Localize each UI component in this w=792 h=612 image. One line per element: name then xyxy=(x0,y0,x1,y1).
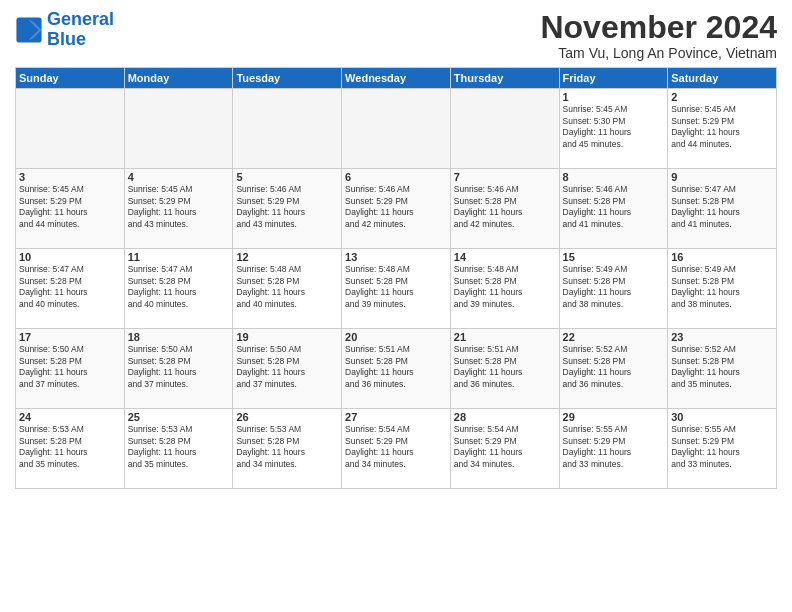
day-number: 25 xyxy=(128,411,230,423)
day-info: Sunrise: 5:45 AM Sunset: 5:29 PM Dayligh… xyxy=(19,184,121,230)
weekday-header-sunday: Sunday xyxy=(16,68,125,89)
day-number: 4 xyxy=(128,171,230,183)
day-number: 17 xyxy=(19,331,121,343)
day-info: Sunrise: 5:45 AM Sunset: 5:30 PM Dayligh… xyxy=(563,104,665,150)
day-info: Sunrise: 5:47 AM Sunset: 5:28 PM Dayligh… xyxy=(671,184,773,230)
calendar-cell: 17Sunrise: 5:50 AM Sunset: 5:28 PM Dayli… xyxy=(16,329,125,409)
calendar-cell: 5Sunrise: 5:46 AM Sunset: 5:29 PM Daylig… xyxy=(233,169,342,249)
calendar-cell xyxy=(342,89,451,169)
calendar-cell: 14Sunrise: 5:48 AM Sunset: 5:28 PM Dayli… xyxy=(450,249,559,329)
weekday-header-friday: Friday xyxy=(559,68,668,89)
calendar-cell: 19Sunrise: 5:50 AM Sunset: 5:28 PM Dayli… xyxy=(233,329,342,409)
calendar-cell: 18Sunrise: 5:50 AM Sunset: 5:28 PM Dayli… xyxy=(124,329,233,409)
weekday-header-wednesday: Wednesday xyxy=(342,68,451,89)
weekday-header-monday: Monday xyxy=(124,68,233,89)
calendar-cell: 26Sunrise: 5:53 AM Sunset: 5:28 PM Dayli… xyxy=(233,409,342,489)
day-number: 11 xyxy=(128,251,230,263)
day-info: Sunrise: 5:52 AM Sunset: 5:28 PM Dayligh… xyxy=(563,344,665,390)
day-info: Sunrise: 5:51 AM Sunset: 5:28 PM Dayligh… xyxy=(454,344,556,390)
day-info: Sunrise: 5:54 AM Sunset: 5:29 PM Dayligh… xyxy=(454,424,556,470)
day-number: 20 xyxy=(345,331,447,343)
day-info: Sunrise: 5:50 AM Sunset: 5:28 PM Dayligh… xyxy=(19,344,121,390)
day-number: 5 xyxy=(236,171,338,183)
day-info: Sunrise: 5:50 AM Sunset: 5:28 PM Dayligh… xyxy=(236,344,338,390)
calendar-cell: 6Sunrise: 5:46 AM Sunset: 5:29 PM Daylig… xyxy=(342,169,451,249)
calendar-cell: 10Sunrise: 5:47 AM Sunset: 5:28 PM Dayli… xyxy=(16,249,125,329)
calendar-table: SundayMondayTuesdayWednesdayThursdayFrid… xyxy=(15,67,777,489)
day-info: Sunrise: 5:49 AM Sunset: 5:28 PM Dayligh… xyxy=(671,264,773,310)
day-info: Sunrise: 5:51 AM Sunset: 5:28 PM Dayligh… xyxy=(345,344,447,390)
day-number: 27 xyxy=(345,411,447,423)
calendar-cell: 30Sunrise: 5:55 AM Sunset: 5:29 PM Dayli… xyxy=(668,409,777,489)
logo: General Blue xyxy=(15,10,114,50)
day-info: Sunrise: 5:48 AM Sunset: 5:28 PM Dayligh… xyxy=(345,264,447,310)
day-info: Sunrise: 5:45 AM Sunset: 5:29 PM Dayligh… xyxy=(128,184,230,230)
day-info: Sunrise: 5:55 AM Sunset: 5:29 PM Dayligh… xyxy=(671,424,773,470)
calendar-cell: 2Sunrise: 5:45 AM Sunset: 5:29 PM Daylig… xyxy=(668,89,777,169)
calendar-cell: 15Sunrise: 5:49 AM Sunset: 5:28 PM Dayli… xyxy=(559,249,668,329)
calendar-cell: 4Sunrise: 5:45 AM Sunset: 5:29 PM Daylig… xyxy=(124,169,233,249)
page-header: General Blue November 2024 Tam Vu, Long … xyxy=(15,10,777,61)
calendar-cell xyxy=(450,89,559,169)
day-number: 2 xyxy=(671,91,773,103)
day-info: Sunrise: 5:50 AM Sunset: 5:28 PM Dayligh… xyxy=(128,344,230,390)
day-number: 21 xyxy=(454,331,556,343)
calendar-cell: 16Sunrise: 5:49 AM Sunset: 5:28 PM Dayli… xyxy=(668,249,777,329)
day-info: Sunrise: 5:53 AM Sunset: 5:28 PM Dayligh… xyxy=(19,424,121,470)
day-number: 13 xyxy=(345,251,447,263)
day-info: Sunrise: 5:52 AM Sunset: 5:28 PM Dayligh… xyxy=(671,344,773,390)
day-info: Sunrise: 5:55 AM Sunset: 5:29 PM Dayligh… xyxy=(563,424,665,470)
location-title: Tam Vu, Long An Povince, Vietnam xyxy=(540,45,777,61)
calendar-cell: 24Sunrise: 5:53 AM Sunset: 5:28 PM Dayli… xyxy=(16,409,125,489)
day-number: 18 xyxy=(128,331,230,343)
day-number: 28 xyxy=(454,411,556,423)
weekday-header-tuesday: Tuesday xyxy=(233,68,342,89)
day-number: 10 xyxy=(19,251,121,263)
day-info: Sunrise: 5:48 AM Sunset: 5:28 PM Dayligh… xyxy=(454,264,556,310)
day-info: Sunrise: 5:46 AM Sunset: 5:29 PM Dayligh… xyxy=(345,184,447,230)
day-number: 7 xyxy=(454,171,556,183)
calendar-cell: 23Sunrise: 5:52 AM Sunset: 5:28 PM Dayli… xyxy=(668,329,777,409)
calendar-cell: 28Sunrise: 5:54 AM Sunset: 5:29 PM Dayli… xyxy=(450,409,559,489)
calendar-cell: 22Sunrise: 5:52 AM Sunset: 5:28 PM Dayli… xyxy=(559,329,668,409)
day-number: 23 xyxy=(671,331,773,343)
day-number: 15 xyxy=(563,251,665,263)
day-info: Sunrise: 5:48 AM Sunset: 5:28 PM Dayligh… xyxy=(236,264,338,310)
calendar-cell xyxy=(16,89,125,169)
calendar-cell: 29Sunrise: 5:55 AM Sunset: 5:29 PM Dayli… xyxy=(559,409,668,489)
day-info: Sunrise: 5:46 AM Sunset: 5:29 PM Dayligh… xyxy=(236,184,338,230)
calendar-cell: 11Sunrise: 5:47 AM Sunset: 5:28 PM Dayli… xyxy=(124,249,233,329)
day-info: Sunrise: 5:53 AM Sunset: 5:28 PM Dayligh… xyxy=(236,424,338,470)
month-title: November 2024 xyxy=(540,10,777,45)
day-number: 9 xyxy=(671,171,773,183)
day-number: 1 xyxy=(563,91,665,103)
day-info: Sunrise: 5:47 AM Sunset: 5:28 PM Dayligh… xyxy=(128,264,230,310)
day-number: 26 xyxy=(236,411,338,423)
day-number: 8 xyxy=(563,171,665,183)
day-number: 29 xyxy=(563,411,665,423)
calendar-cell: 25Sunrise: 5:53 AM Sunset: 5:28 PM Dayli… xyxy=(124,409,233,489)
calendar-cell: 27Sunrise: 5:54 AM Sunset: 5:29 PM Dayli… xyxy=(342,409,451,489)
calendar-cell xyxy=(233,89,342,169)
day-number: 30 xyxy=(671,411,773,423)
day-number: 16 xyxy=(671,251,773,263)
calendar-cell: 12Sunrise: 5:48 AM Sunset: 5:28 PM Dayli… xyxy=(233,249,342,329)
day-number: 19 xyxy=(236,331,338,343)
day-info: Sunrise: 5:54 AM Sunset: 5:29 PM Dayligh… xyxy=(345,424,447,470)
calendar-cell: 1Sunrise: 5:45 AM Sunset: 5:30 PM Daylig… xyxy=(559,89,668,169)
day-number: 24 xyxy=(19,411,121,423)
weekday-header-thursday: Thursday xyxy=(450,68,559,89)
day-info: Sunrise: 5:46 AM Sunset: 5:28 PM Dayligh… xyxy=(454,184,556,230)
title-block: November 2024 Tam Vu, Long An Povince, V… xyxy=(540,10,777,61)
weekday-header-saturday: Saturday xyxy=(668,68,777,89)
day-number: 14 xyxy=(454,251,556,263)
day-info: Sunrise: 5:47 AM Sunset: 5:28 PM Dayligh… xyxy=(19,264,121,310)
calendar-cell: 3Sunrise: 5:45 AM Sunset: 5:29 PM Daylig… xyxy=(16,169,125,249)
calendar-cell: 7Sunrise: 5:46 AM Sunset: 5:28 PM Daylig… xyxy=(450,169,559,249)
calendar-cell: 9Sunrise: 5:47 AM Sunset: 5:28 PM Daylig… xyxy=(668,169,777,249)
calendar-cell xyxy=(124,89,233,169)
logo-icon xyxy=(15,16,43,44)
day-info: Sunrise: 5:45 AM Sunset: 5:29 PM Dayligh… xyxy=(671,104,773,150)
calendar-cell: 13Sunrise: 5:48 AM Sunset: 5:28 PM Dayli… xyxy=(342,249,451,329)
day-info: Sunrise: 5:49 AM Sunset: 5:28 PM Dayligh… xyxy=(563,264,665,310)
